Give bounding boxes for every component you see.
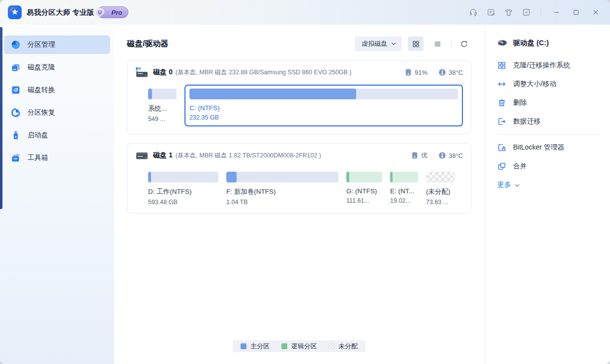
action-label: 克隆/迁移操作系统 xyxy=(513,61,570,70)
left-sidebar: 分区管理 磁盘克隆 磁盘转换 分区恢复 启动盘 xyxy=(0,25,114,364)
primary-swatch-icon xyxy=(241,343,246,349)
app-title: 易我分区大师 专业版 xyxy=(27,8,94,17)
partition-label: D: 工作(NTFS) xyxy=(148,187,218,196)
legend-label: 主分区 xyxy=(250,342,270,351)
left-edge-accent xyxy=(0,27,2,209)
disk-convert-icon xyxy=(11,85,21,95)
title-bar: ★ 易我分区大师 专业版 U Pro xyxy=(0,0,610,25)
disk-0-partitions: 系统... 549 ... C: (NTFS) 232.35 GB xyxy=(135,85,463,126)
action-clone-migrate-os[interactable]: 克隆/迁移操作系统 xyxy=(497,56,600,75)
refresh-button[interactable] xyxy=(457,36,471,51)
pro-u-emblem-icon: U xyxy=(95,7,105,18)
action-label: 删除 xyxy=(513,98,527,107)
right-action-panel: 驱动盘 (C:) 克隆/迁移操作系统 调整大小/移动 删除 数据迁移 BitLo… xyxy=(484,25,610,364)
disk-temp-value: 38°C xyxy=(449,152,463,159)
disk-card-0[interactable]: 磁盘 0 (基本盘, MBR 磁盘 232.88 GB/Samsung SSD … xyxy=(127,60,471,134)
partition-g[interactable]: G: (NTFS) 111.61... xyxy=(346,168,382,204)
disk-0-header: 磁盘 0 (基本盘, MBR 磁盘 232.88 GB/Samsung SSD … xyxy=(135,67,463,78)
toolbox-icon xyxy=(11,153,21,163)
sidebar-item-bootable-disk[interactable]: 启动盘 xyxy=(4,126,110,145)
disk-0-stats: 91% 38°C xyxy=(404,68,463,76)
legend-primary: 主分区 xyxy=(241,342,270,351)
sidebar-item-label: 磁盘转换 xyxy=(28,86,55,94)
partition-label: 系统... xyxy=(148,104,177,113)
list-view-icon xyxy=(433,40,442,48)
page-title: 磁盘/驱动器 xyxy=(127,39,168,49)
virtual-disk-dropdown[interactable]: 虚拟磁盘 xyxy=(355,36,402,51)
menu-dropdown-button[interactable] xyxy=(519,5,534,20)
partition-unallocated[interactable]: (未分配) 73.63 ... xyxy=(426,168,455,206)
action-label: 数据迁移 xyxy=(513,117,541,126)
action-delete[interactable]: 删除 xyxy=(497,93,600,112)
partition-recovery-icon xyxy=(11,108,21,118)
partition-type-legend: 主分区 逻辑分区 未分配 xyxy=(233,340,366,352)
action-label: 合并 xyxy=(513,162,527,171)
usb-drive-icon xyxy=(11,130,21,140)
sidebar-item-toolbox[interactable]: 工具箱 xyxy=(4,149,110,167)
partition-size: 73.63 ... xyxy=(426,199,455,206)
grid-view-button[interactable] xyxy=(408,36,424,51)
refresh-icon xyxy=(460,40,468,48)
action-resize-move[interactable]: 调整大小/移动 xyxy=(497,75,600,93)
list-view-button[interactable] xyxy=(429,36,445,51)
tshirt-icon xyxy=(504,8,513,17)
disk-1-partitions: D: 工作(NTFS) 593.48 GB F: 新加卷(NTFS) 1.04 … xyxy=(135,168,463,206)
close-icon xyxy=(592,8,600,16)
bitlocker-lock-icon xyxy=(497,143,506,152)
close-button[interactable] xyxy=(587,5,604,20)
minimize-icon xyxy=(552,8,560,16)
sidebar-item-disk-clone[interactable]: 磁盘克隆 xyxy=(4,58,110,77)
disk-name: 磁盘 0 xyxy=(153,68,173,77)
disk-1-header: 磁盘 1 (基本盘, MBR 磁盘 1.82 TB/ST2000DM008-2F… xyxy=(135,150,463,161)
support-headset-button[interactable] xyxy=(466,5,481,20)
more-label: 更多 xyxy=(497,181,511,189)
feedback-button[interactable] xyxy=(484,5,498,20)
partition-usage-bar xyxy=(226,172,338,182)
partition-f[interactable]: F: 新加卷(NTFS) 1.04 TB xyxy=(226,168,338,206)
app-logo-icon: ★ xyxy=(8,5,22,19)
headset-icon xyxy=(469,8,478,17)
action-merge[interactable]: 合并 xyxy=(497,157,600,176)
partition-system[interactable]: 系统... 549 ... xyxy=(148,85,177,122)
ssd-drive-icon xyxy=(135,67,148,78)
partition-e[interactable]: E: (NT... 19.02... xyxy=(390,168,418,204)
data-migration-icon xyxy=(497,117,506,126)
partition-size: 111.61... xyxy=(346,197,382,204)
disk-health-stat: 91% xyxy=(404,68,427,76)
partition-size: 1.04 TB xyxy=(226,199,338,206)
sidebar-item-partition-recovery[interactable]: 分区恢复 xyxy=(4,103,110,122)
legend-label: 逻辑分区 xyxy=(291,342,317,351)
partition-usage-bar xyxy=(189,89,458,99)
partition-usage-bar xyxy=(148,89,177,99)
feedback-note-icon xyxy=(487,8,495,17)
disk-temp-value: 38°C xyxy=(449,69,463,76)
box-caret-icon xyxy=(522,8,531,17)
disk-temp-stat: 38°C xyxy=(438,68,463,76)
action-bitlocker-manager[interactable]: BitLocker 管理器 xyxy=(497,138,600,157)
theme-button[interactable] xyxy=(501,5,516,20)
selected-drive-header: 驱动盘 (C:) xyxy=(497,36,600,49)
disk-temp-stat: 38°C xyxy=(438,152,463,159)
pro-badge[interactable]: U Pro xyxy=(99,6,129,18)
sidebar-item-partition-manager[interactable]: 分区管理 xyxy=(4,35,110,54)
disk-card-1[interactable]: 磁盘 1 (基本盘, MBR 磁盘 1.82 TB/ST2000DM008-2F… xyxy=(127,143,471,213)
partition-label: C: (NTFS) xyxy=(189,104,458,112)
maximize-button[interactable] xyxy=(568,5,584,20)
sidebar-item-label: 分区恢复 xyxy=(28,108,55,117)
minimize-button[interactable] xyxy=(548,5,565,20)
resize-move-icon xyxy=(497,80,506,89)
titlebar-separator xyxy=(541,8,541,17)
sidebar-item-label: 工具箱 xyxy=(28,153,48,162)
view-controls: 虚拟磁盘 xyxy=(355,36,471,51)
partition-size: 232.35 GB xyxy=(189,114,458,121)
main-header: 磁盘/驱动器 虚拟磁盘 xyxy=(114,25,484,51)
more-actions-link[interactable]: 更多 xyxy=(497,176,600,194)
partition-d[interactable]: D: 工作(NTFS) 593.48 GB xyxy=(148,168,218,206)
grid-view-icon xyxy=(412,40,420,48)
partition-label: (未分配) xyxy=(426,187,455,196)
partition-c-selected[interactable]: C: (NTFS) 232.35 GB xyxy=(184,85,463,126)
sidebar-item-disk-convert[interactable]: 磁盘转换 xyxy=(4,81,110,99)
action-data-migration[interactable]: 数据迁移 xyxy=(497,112,600,131)
partition-usage-bar xyxy=(426,172,455,182)
partition-size: 549 ... xyxy=(148,116,177,122)
